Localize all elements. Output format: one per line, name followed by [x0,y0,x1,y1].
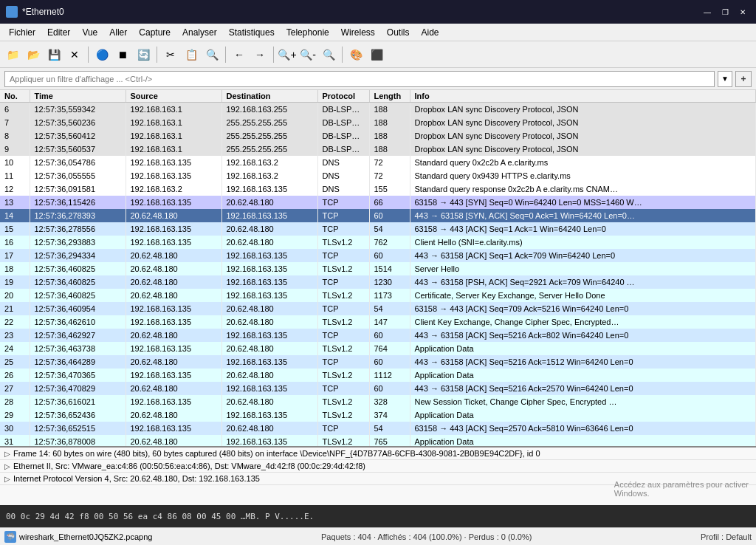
col-protocol[interactable]: Protocol [317,90,369,103]
menu-item-fichier[interactable]: Fichier [3,24,41,41]
table-row[interactable]: 2912:57:36,65243620.62.48.180192.168.163… [0,408,756,422]
menu-item-telephonie[interactable]: Telephonie [281,24,335,41]
toolbar-colorize[interactable]: 🎨 [346,45,365,64]
col-length[interactable]: Length [369,90,410,103]
table-header-row: No. Time Source Destination Protocol Len… [0,90,756,103]
table-row[interactable]: 2012:57:36,46082520.62.48.180192.168.163… [0,289,756,302]
hex-content: 00 0c 29 4d 42 f8 00 50 56 ea c4 86 08 0… [6,512,314,521]
table-row[interactable]: 2112:57:36,460954192.168.163.13520.62.48… [0,302,756,315]
toolbar-close[interactable]: ✕ [65,45,84,64]
info-row-3[interactable]: ▷ Internet Protocol Version 4, Src: 20.6… [0,473,756,485]
menu-item-outils[interactable]: Outils [381,24,416,41]
table-row[interactable]: 2312:57:36,46292720.62.48.180192.168.163… [0,329,756,342]
table-row[interactable]: 1512:57:36,278556192.168.163.13520.62.48… [0,222,756,236]
col-source[interactable]: Source [126,90,221,103]
packet-table: No. Time Source Destination Protocol Len… [0,90,756,446]
table-row[interactable]: 2512:57:36,46428920.62.48.180192.168.163… [0,355,756,369]
toolbar-back[interactable]: ← [230,45,249,64]
info-text-2: Ethernet II, Src: VMware_ea:c4:86 (00:50… [13,462,365,470]
toolbar-resize-columns[interactable]: ⬛ [367,45,386,64]
menu-item-vue[interactable]: Vue [76,24,103,41]
menu-item-editer[interactable]: Editer [41,24,76,41]
wireshark-status-icon: 🦈 [4,531,16,543]
menu-item-analyser[interactable]: Analyser [176,24,223,41]
table-row[interactable]: 1812:57:36,46082520.62.48.180192.168.163… [0,262,756,275]
title-controls: — ❐ ✕ [700,4,750,19]
toolbar-start-capture[interactable]: 🔵 [92,45,111,64]
table-row[interactable]: 812:57:35,560412192.168.163.1255.255.255… [0,129,756,143]
table-row[interactable]: 2212:57:36,462610192.168.163.13520.62.48… [0,315,756,329]
toolbar-open[interactable]: 📂 [24,45,43,64]
filter-apply-button[interactable]: + [735,71,752,87]
toolbar-forward[interactable]: → [250,45,269,64]
table-row[interactable]: 1712:57:36,29433420.62.48.180192.168.163… [0,249,756,262]
toolbar-find[interactable]: 🔍 [202,45,221,64]
table-row[interactable]: 712:57:35,560236192.168.163.1255.255.255… [0,116,756,129]
table-row[interactable]: 1112:57:36,055555192.168.163.135192.168.… [0,169,756,182]
title-bar-left: *Ethernet0 [6,6,64,18]
table-row[interactable]: 912:57:35,560537192.168.163.1255.255.255… [0,143,756,156]
expand-icon-2: ▷ [4,462,10,470]
info-row-1[interactable]: ▷ Frame 14: 60 bytes on wire (480 bits),… [0,448,756,460]
table-row[interactable]: 1212:57:36,091581192.168.163.2192.168.16… [0,182,756,196]
sep4 [273,47,274,63]
table-row[interactable]: 2412:57:36,463738192.168.163.13520.62.48… [0,342,756,355]
table-row[interactable]: 3012:57:36,652515192.168.163.13520.62.48… [0,422,756,435]
toolbar-new[interactable]: 📁 [3,45,22,64]
status-profile: Profil : Default [701,532,752,541]
col-info[interactable]: Info [410,90,756,103]
table-row[interactable]: 1412:57:36,27839320.62.48.180192.168.163… [0,209,756,222]
menu-item-capture[interactable]: Capture [133,24,176,41]
app-icon [6,6,18,18]
sep1 [88,47,89,63]
toolbar-zoom-normal[interactable]: 🔍 [319,45,338,64]
status-packet-count: Paquets : 404 · Affichés : 404 (100.0%) … [321,532,532,541]
toolbar-cut[interactable]: ✂ [161,45,180,64]
table-row[interactable]: 2712:57:36,47082920.62.48.180192.168.163… [0,382,756,395]
col-destination[interactable]: Destination [221,90,317,103]
menu-bar: FichierEditerVueAllerCaptureAnalyserStat… [0,24,756,41]
menu-item-aide[interactable]: Aide [416,24,445,41]
title-bar: *Ethernet0 — ❐ ✕ [0,0,756,24]
status-bar: 🦈 wireshark_Ethernet0JQ5ZK2.pcapng Paque… [0,527,756,545]
packet-table-scroll[interactable]: No. Time Source Destination Protocol Len… [0,90,756,446]
menu-item-aller[interactable]: Aller [103,24,133,41]
toolbar-save[interactable]: 💾 [44,45,63,64]
toolbar: 📁 📂 💾 ✕ 🔵 ⏹ 🔄 ✂ 📋 🔍 ← → 🔍+ 🔍- 🔍 🎨 ⬛ [0,41,756,68]
filter-input[interactable] [4,71,715,87]
expand-icon-3: ▷ [4,475,10,483]
col-time[interactable]: Time [30,90,126,103]
status-left: 🦈 wireshark_Ethernet0JQ5ZK2.pcapng [4,531,152,543]
table-row[interactable]: 1012:57:36,054786192.168.163.135192.168.… [0,156,756,169]
info-panel: ▷ Frame 14: 60 bytes on wire (480 bits),… [0,446,756,505]
packet-tbody: 612:57:35,559342192.168.163.1192.168.163… [0,103,756,447]
sep5 [342,47,343,63]
info-row-2[interactable]: ▷ Ethernet II, Src: VMware_ea:c4:86 (00:… [0,460,756,473]
info-text-3: Internet Protocol Version 4, Src: 20.62.… [13,474,260,483]
col-no[interactable]: No. [0,90,30,103]
expand-icon-1: ▷ [4,450,10,458]
table-row[interactable]: 2812:57:36,616021192.168.163.13520.62.48… [0,395,756,408]
toolbar-copy[interactable]: 📋 [182,45,201,64]
sep2 [157,47,157,63]
toolbar-zoom-in[interactable]: 🔍+ [278,45,297,64]
toolbar-restart-capture[interactable]: 🔄 [134,45,153,64]
close-button[interactable]: ✕ [735,4,750,19]
table-row[interactable]: 2612:57:36,470365192.168.163.13520.62.48… [0,369,756,382]
filter-bar: ▼ + [0,68,756,90]
minimize-button[interactable]: — [700,4,715,19]
table-row[interactable]: 1912:57:36,46082520.62.48.180192.168.163… [0,275,756,289]
menu-item-statistiques[interactable]: Statistiques [223,24,281,41]
maximize-button[interactable]: ❐ [718,4,732,19]
table-row[interactable]: 3112:57:36,87800820.62.48.180192.168.163… [0,435,756,447]
toolbar-zoom-out[interactable]: 🔍- [298,45,317,64]
sep3 [225,47,226,63]
table-row[interactable]: 1312:57:36,115426192.168.163.13520.62.48… [0,196,756,209]
toolbar-stop-capture[interactable]: ⏹ [113,45,132,64]
table-row[interactable]: 1612:57:36,293883192.168.163.13520.62.48… [0,236,756,249]
table-row[interactable]: 612:57:35,559342192.168.163.1192.168.163… [0,103,756,116]
status-filename: wireshark_Ethernet0JQ5ZK2.pcapng [19,532,152,541]
menu-item-wireless[interactable]: Wireless [335,24,381,41]
filter-dropdown-button[interactable]: ▼ [718,71,732,87]
packet-table-container: No. Time Source Destination Protocol Len… [0,90,756,446]
